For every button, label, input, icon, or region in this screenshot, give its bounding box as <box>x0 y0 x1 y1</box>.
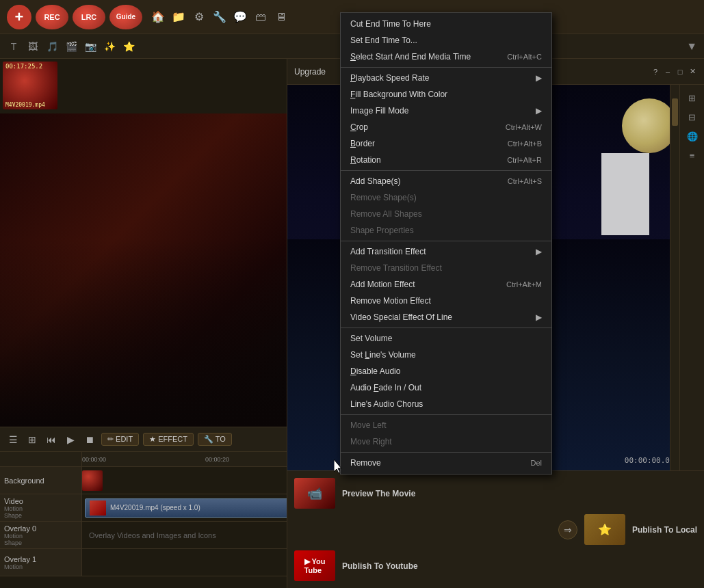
tool-button[interactable]: 🔧 TO <box>198 433 232 446</box>
white-block <box>601 153 649 235</box>
table-row: Overlay 1 Motion <box>0 549 287 576</box>
chat-icon[interactable]: 💬 <box>233 10 248 25</box>
list-item[interactable]: 📹 Preview The Movie <box>294 478 697 509</box>
menu-item-remove-motion[interactable]: Remove Motion Effect <box>341 293 551 309</box>
time-mark-start: 00:00:00 <box>82 456 106 463</box>
youtube-thumb: ▶ YouTube <box>294 550 335 581</box>
help-button[interactable]: ? <box>651 67 660 77</box>
maximize-button[interactable]: □ <box>675 67 685 77</box>
nav-icons: 🏠 📁 ⚙ 🔧 💬 🗃 🖥 <box>151 10 289 25</box>
separator-6 <box>341 452 551 453</box>
left-panel: 00:17:25.2 M4V20019.mp4 ☰ ⊞ ⏮ ▶ ⏹ <box>0 59 287 588</box>
time-display: 00:00:00.0 <box>625 456 670 465</box>
menu-item-playback-speed[interactable]: Playback Speed Rate ▶ <box>341 70 551 86</box>
clip-thumbnail[interactable]: 00:17:25.2 M4V20019.mp4 <box>3 62 57 109</box>
preview-movie-label: Preview The Movie <box>342 489 415 498</box>
app-window: + REC LRC Guide 🏠 📁 ⚙ 🔧 💬 🗃 🖥 Youtube T … <box>0 0 704 588</box>
local-thumb: ⭐ <box>584 514 625 545</box>
track-content-overlay1[interactable] <box>82 549 287 576</box>
edit-button[interactable]: ✏ EDIT <box>101 433 139 446</box>
menu-item-fill-bg[interactable]: Fill Background With Color <box>341 86 551 103</box>
menu-item-add-transition[interactable]: Add Transition Effect ▶ <box>341 243 551 260</box>
menu-item-remove[interactable]: Remove Del <box>341 455 551 471</box>
upgrade-label[interactable]: Upgrade <box>294 67 326 77</box>
menu-item-rotation[interactable]: Rotation Ctrl+Alt+R <box>341 152 551 168</box>
minimize-button[interactable]: – <box>663 67 673 77</box>
menu-item-add-shapes[interactable]: Add Shape(s) Ctrl+Alt+S <box>341 173 551 189</box>
play-icon[interactable]: ▶ <box>63 432 78 447</box>
menu-item-set-end-time[interactable]: Set End Time To... <box>341 32 551 49</box>
rewind-icon[interactable]: ⏮ <box>44 432 59 447</box>
menu-item-disable-audio[interactable]: Disable Audio <box>341 363 551 379</box>
menu-item-set-volume[interactable]: Set Volume <box>341 330 551 347</box>
ruler-marks: 00:00:00 00:00:20 <box>82 452 287 466</box>
overlay-placeholder: Overlay Videos and Images and Icons <box>82 531 216 539</box>
monitor-icon[interactable]: 🖥 <box>274 10 289 25</box>
photo-icon[interactable]: 📷 <box>83 40 97 53</box>
scrollbar-thumb[interactable] <box>672 98 678 126</box>
guide-button[interactable]: Guide <box>109 5 142 29</box>
separator-3 <box>341 241 551 241</box>
arrow-right-icon: ⇒ <box>558 520 577 539</box>
effects-icon[interactable]: ✨ <box>103 40 116 53</box>
window-controls: ? – □ ✕ <box>651 67 697 77</box>
home-icon[interactable]: 🏠 <box>151 10 166 25</box>
track-content-video[interactable]: M4V20019.mp4 (speed x 1.0) <box>82 494 287 521</box>
menu-item-crop[interactable]: Crop Ctrl+Alt+W <box>341 119 551 135</box>
menu-item-video-special[interactable]: Video Special Effect Of Line ▶ <box>341 309 551 325</box>
time-mark-end: 00:00:20 <box>205 456 229 463</box>
video-icon[interactable]: 🎬 <box>64 40 78 53</box>
wrench-icon[interactable]: 🔧 <box>212 10 227 25</box>
menu-item-set-line-volume[interactable]: Set Line's Volume <box>341 347 551 363</box>
timeline-controls: ☰ ⊞ ⏮ ▶ ⏹ ✏ EDIT ★ EFFECT 🔧 TO <box>0 427 287 451</box>
list-icon[interactable]: ≡ <box>685 148 700 163</box>
close-button[interactable]: ✕ <box>688 67 697 77</box>
globe-icon[interactable]: 🌐 <box>685 129 700 144</box>
left-preview <box>0 113 287 427</box>
add-button[interactable]: + <box>7 5 31 29</box>
track-content-background[interactable] <box>82 467 287 494</box>
grid-icon[interactable]: ⊞ <box>25 432 40 447</box>
track-label-overlay1: Overlay 1 Motion <box>0 549 82 576</box>
star-icon[interactable]: ⭐ <box>122 40 135 53</box>
menu-item-add-motion[interactable]: Add Motion Effect Ctrl+Alt+M <box>341 276 551 293</box>
database-icon[interactable]: 🗃 <box>253 10 268 25</box>
settings-icon[interactable]: ⚙ <box>192 10 207 25</box>
timeline-ruler: 00:00:00 00:00:20 <box>0 452 287 467</box>
right-actions: 📹 Preview The Movie ⇒ ⭐ Publish To Local <box>287 470 704 588</box>
menu-icon[interactable]: ☰ <box>5 432 21 447</box>
audio-icon[interactable]: 🎵 <box>45 40 59 53</box>
menu-item-cut-end-time[interactable]: Cut End Time To Here <box>341 16 551 32</box>
list-item[interactable]: ▶ YouTube Publish To Youtube <box>294 550 697 581</box>
context-menu: Cut End Time To Here Set End Time To... … <box>340 12 552 475</box>
menu-item-select-start-end[interactable]: Select Start And End Media Time Ctrl+Alt… <box>341 49 551 65</box>
effect-button[interactable]: ★ EFFECT <box>143 433 194 446</box>
moon <box>622 98 677 153</box>
stop-icon[interactable]: ⏹ <box>82 432 97 447</box>
folder-icon[interactable]: 📁 <box>171 10 186 25</box>
menu-item-remove-all-shapes: Remove All Shapes <box>341 206 551 222</box>
menu-item-audio-chorus[interactable]: Line's Audio Chorus <box>341 396 551 412</box>
video-clip[interactable]: M4V20019.mp4 (speed x 1.0) <box>85 498 287 518</box>
image-icon[interactable]: 🖼 <box>26 40 40 53</box>
list-item[interactable]: ⇒ ⭐ Publish To Local <box>294 514 697 545</box>
table-row: Video MotionShape M4V20019.mp4 (speed x … <box>0 494 287 522</box>
track-content-overlay0[interactable]: Overlay Videos and Images and Icons <box>82 522 287 548</box>
publish-local-label: Publish To Local <box>632 525 697 535</box>
rec-button[interactable]: REC <box>36 5 68 29</box>
media-bin: 00:17:25.2 M4V20019.mp4 <box>0 59 287 113</box>
text-icon[interactable]: T <box>7 40 21 53</box>
vertical-scrollbar[interactable] <box>670 85 679 470</box>
separator-1 <box>341 67 551 68</box>
menu-item-border[interactable]: Border Ctrl+Alt+B <box>341 135 551 152</box>
menu-item-audio-fade[interactable]: Audio Fade In / Out <box>341 379 551 396</box>
menu-item-image-fill[interactable]: Image Fill Mode ▶ <box>341 103 551 119</box>
track-label-background: Background <box>0 467 82 494</box>
publish-youtube-label: Publish To Youtube <box>342 561 418 571</box>
lrc-button[interactable]: LRC <box>73 5 105 29</box>
grid-view2-icon[interactable]: ⊟ <box>685 109 700 124</box>
grid-view-icon[interactable]: ⊞ <box>685 90 700 105</box>
separator-4 <box>341 328 551 328</box>
scroll-down-icon[interactable]: ▼ <box>686 40 697 53</box>
table-row: Background <box>0 467 287 494</box>
